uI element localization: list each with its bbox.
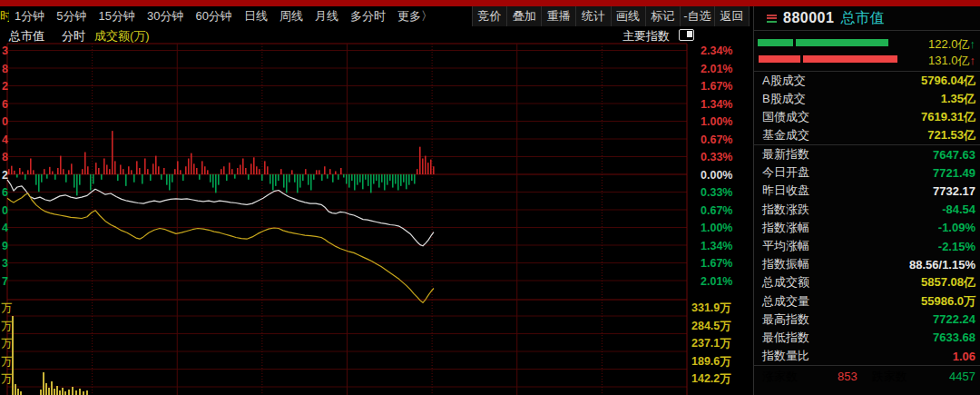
updown-bar-down [389,174,391,181]
updown-bar-up [174,169,176,174]
updown-bar-down [261,174,263,181]
updown-bar-up [60,156,62,174]
updown-bar-down [74,174,75,188]
updown-bar-up [242,158,244,174]
updown-bar-down [199,174,201,180]
pct-axis-label: 1.34% [701,240,732,252]
volume-bar [48,388,50,395]
updown-bar-down [308,174,309,185]
updown-bar-up [191,153,192,174]
quote-label: 最新指数 [762,146,809,163]
updown-bar-up [229,163,230,174]
updown-bar-down [373,174,375,184]
quote-row: 国债成交7619.31亿 [754,108,980,126]
volume-axis-label: 189.6万 [691,355,731,368]
updown-bar-up [68,170,70,174]
quote-value: 7722.24 [933,312,975,326]
updown-bar-down [346,174,348,184]
updown-bar-up [114,161,116,174]
volume-axis-left-partial: 万 [1,320,13,332]
price-axis-digit: 2 [2,169,8,182]
updown-bar-down [210,174,211,183]
updown-bar-up [220,169,222,174]
updown-bar-up [131,170,132,174]
updown-bar-down [289,174,290,183]
updown-bar-down [302,174,304,181]
updown-bar-down [24,174,26,180]
updown-bar-down [172,174,173,183]
quote-value: 7619.31亿 [921,109,975,125]
quote-value: 1.06 [953,350,975,363]
updown-bar-down [101,174,103,180]
quote-label: 指数量比 [762,348,809,364]
pct-axis-label: 1.34% [701,98,732,111]
updown-bar-down [142,174,143,184]
menu-icon[interactable] [767,13,777,24]
updown-bar-down [338,174,339,180]
updown-bar-down [354,174,356,191]
quote-value: 7633.68 [933,331,975,344]
updown-bar-up [147,169,149,174]
quote-row: 指数量比1.06 [754,347,980,365]
updown-bar-up [8,169,10,174]
flow-bar-segment [758,39,793,46]
volume-bar [15,384,16,395]
updown-bar-down [414,174,416,184]
updown-bar-up [433,166,435,174]
advancers-label: 涨家数 [762,369,798,385]
updown-bar-down [79,174,81,185]
pct-axis-label: 2.01% [701,275,732,288]
updown-bar-down [166,174,168,185]
updown-bar-up [22,172,24,174]
updown-bar-up [264,161,266,174]
updown-bar-up [71,163,73,174]
price-axis-digit: 3 [2,257,8,270]
updown-bar-up [188,158,190,174]
volume-axis-left-partial: 万 [1,301,13,314]
updown-bar-up [139,168,141,174]
updown-bar-down [278,174,279,181]
advancers-value: 853 [838,370,858,383]
turnover-section: A股成交5796.04亿B股成交1.35亿国债成交7619.31亿基金成交721… [754,72,980,144]
quote-row: 指数振幅88.56/1.15% [754,255,980,273]
updown-bar-down [381,174,383,183]
money-flow-bars: 122.0亿↑131.0亿↑ [754,31,980,71]
price-axis-digit: 0 [2,115,8,128]
symbol-code[interactable]: 880001 [783,10,834,26]
updown-bar-down [368,174,369,186]
updown-bar-up [106,164,108,174]
quote-label: 国债成交 [762,109,809,125]
volume-bar [68,390,70,395]
updown-bar-down [35,174,37,185]
intraday-chart[interactable]: 2.34%2.01%1.67%1.34%1.00%0.67%0.33%0.00%… [0,0,751,395]
updown-bar-up [419,147,421,174]
updown-bar-down [76,174,78,195]
updown-bar-down [403,174,405,183]
updown-bar-down [310,174,312,191]
updown-bar-down [378,174,380,188]
quote-label: 基金成交 [762,127,809,143]
updown-bar-up [52,171,54,174]
decliners-label: 跌家数 [872,369,907,385]
symbol-name[interactable]: 总市值 [840,9,884,28]
updown-bar-up [416,169,418,174]
quote-row: 昨日收盘7732.17 [754,182,980,200]
flow-bar-value: 122.0亿↑ [894,36,975,53]
updown-bar-down [327,174,328,179]
updown-bar-down [286,174,288,193]
updown-bar-up [250,163,252,174]
updown-bar-up [155,156,157,174]
updown-bar-down [321,174,323,181]
updown-bar-up [82,169,83,174]
updown-bar-up [185,166,187,174]
updown-bar-down [182,174,184,181]
quote-label: A股成交 [762,73,806,89]
updown-bar-down [343,174,345,178]
updown-bar-up [231,169,233,174]
quote-label: 指数涨幅 [762,220,809,236]
updown-bar-up [112,131,113,174]
quote-label: 总成交额 [762,274,809,291]
quote-value: -2.15% [938,240,975,253]
updown-bar-down [400,174,402,186]
index-stats-section: 最新指数7647.63今日开盘7721.49昨日收盘7732.17指数涨跌-84… [754,145,980,365]
